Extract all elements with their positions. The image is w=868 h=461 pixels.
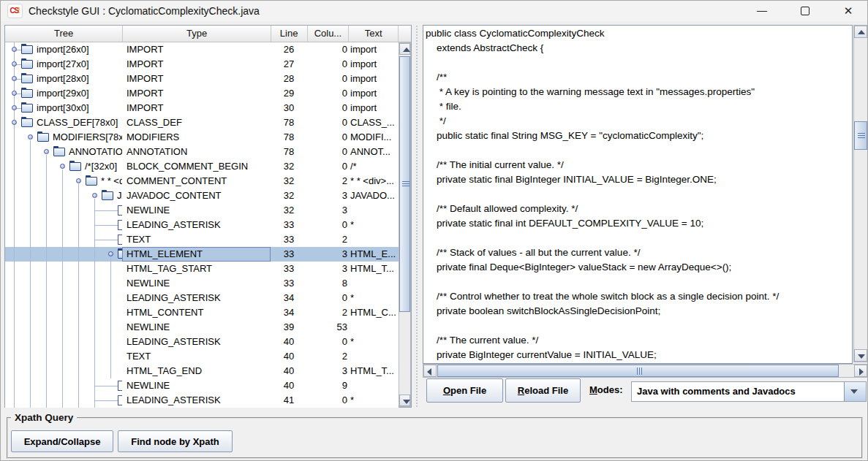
arrow-up-icon <box>858 30 865 34</box>
combobox-arrow-button[interactable] <box>844 382 866 401</box>
table-row[interactable]: import[27x0]IMPORT270import <box>5 57 399 72</box>
column-header-type[interactable]: Type <box>123 26 271 42</box>
scroll-up-button[interactable] <box>399 43 410 55</box>
table-row[interactable]: LEADING_ASTERISK410* <box>5 393 399 408</box>
type-cell: ANNOTATION <box>122 145 271 159</box>
table-row[interactable]: import[30x0]IMPORT300import <box>5 101 399 115</box>
table-row[interactable]: * * <div>COMMENT_CONTENT322* * <div>... <box>5 174 399 188</box>
close-button[interactable]: ✕ <box>831 1 865 21</box>
table-row[interactable]: LEADING_ASTERISK330* <box>5 218 399 232</box>
leaf-node-icon <box>118 220 122 230</box>
reload-file-button[interactable]: Reload File <box>505 378 581 403</box>
table-row[interactable]: HTML_TAG_END403HTML_T... <box>5 364 399 378</box>
collapse-handle-icon[interactable] <box>44 149 49 154</box>
type-cell: JAVADOC_CONTENT <box>122 188 271 203</box>
tree-cell[interactable] <box>5 218 122 232</box>
collapse-handle-icon[interactable] <box>28 134 33 140</box>
tree-cell[interactable] <box>5 305 122 320</box>
expand-handle-icon[interactable] <box>12 76 17 81</box>
collapse-handle-icon[interactable] <box>76 178 81 183</box>
checkstyle-logo-icon: CS! <box>8 4 22 18</box>
tree-cell[interactable]: JAVADOC_CONTENT <box>5 188 122 203</box>
table-row[interactable]: ANNOTATION[78x0]ANNOTATION780ANNOT... <box>5 145 399 159</box>
line-cell: 27 <box>271 57 307 72</box>
tree-cell[interactable] <box>5 364 122 378</box>
collapse-handle-icon[interactable] <box>60 164 65 169</box>
table-row[interactable]: TEXT332 <box>5 232 399 247</box>
type-cell: BLOCK_COMMENT_BEGIN <box>122 159 271 174</box>
table-row[interactable]: import[29x0]IMPORT290import <box>5 86 399 101</box>
collapse-handle-icon[interactable] <box>92 193 97 198</box>
tree-scrollbar-thumb[interactable] <box>399 56 410 312</box>
type-cell: COMMENT_CONTENT <box>122 174 271 188</box>
tree-cell[interactable]: import[26x0] <box>5 42 122 57</box>
expand-handle-icon[interactable] <box>12 91 17 96</box>
tree-cell[interactable] <box>5 349 122 364</box>
source-code-panel[interactable]: public class CyclomaticComplexityCheck e… <box>423 25 853 364</box>
table-row[interactable]: NEWLINE338 <box>5 276 399 291</box>
folder-icon <box>21 75 33 83</box>
tree-cell[interactable]: ANNOTATION[78x0] <box>5 145 122 159</box>
split-pane-divider[interactable] <box>412 25 423 408</box>
collapse-handle-icon[interactable] <box>108 251 113 256</box>
table-row[interactable]: JAVADOC_CONTENTJAVADOC_CONTENT323JAVADO.… <box>5 188 399 203</box>
modes-combobox[interactable]: Java with comments and Javadocs <box>631 381 867 402</box>
table-row[interactable]: CLASS_DEF[78x0]CLASS_DEF780CLASS_... <box>5 115 399 130</box>
code-scroll-right-button[interactable] <box>854 365 867 377</box>
table-row[interactable]: HTML_TAG_START333HTML_T... <box>5 262 399 276</box>
column-header-tree[interactable]: Tree <box>5 26 123 42</box>
tree-cell[interactable]: import[27x0] <box>5 57 122 72</box>
tree-cell[interactable]: MODIFIERS[78x0] <box>5 130 122 145</box>
open-file-button[interactable]: Open File <box>426 378 503 403</box>
column-header-column[interactable]: Colu... <box>308 26 350 42</box>
tree-cell[interactable] <box>5 393 122 408</box>
table-row[interactable]: TEXT402 <box>5 349 399 364</box>
scroll-down-button[interactable] <box>399 395 410 406</box>
leaf-node-icon <box>118 235 122 245</box>
code-scroll-up-button[interactable] <box>854 26 867 38</box>
table-row[interactable]: import[28x0]IMPORT280import <box>5 72 399 86</box>
tree-cell[interactable] <box>5 247 122 262</box>
tree-cell[interactable]: * * <div> <box>5 174 122 188</box>
code-scrollbar-thumb[interactable] <box>854 121 867 150</box>
expand-handle-icon[interactable] <box>12 105 17 110</box>
table-row[interactable]: NEWLINE3953 <box>5 320 399 335</box>
tree-cell[interactable] <box>5 320 122 335</box>
table-row[interactable]: HTML_CONTENT342HTML_C... <box>5 305 399 320</box>
tree-cell[interactable]: import[28x0] <box>5 72 122 86</box>
collapse-handle-icon[interactable] <box>12 120 17 125</box>
table-row[interactable]: NEWLINE409 <box>5 378 399 393</box>
table-row[interactable]: LEADING_ASTERISK340* <box>5 291 399 305</box>
tree-cell[interactable] <box>5 203 122 218</box>
expand-handle-icon[interactable] <box>12 61 17 66</box>
tree-cell[interactable] <box>5 291 122 305</box>
tree-cell[interactable] <box>5 276 122 291</box>
maximize-button[interactable] <box>788 1 822 21</box>
expand-collapse-button[interactable]: Expand/Collapse <box>11 430 113 452</box>
minimize-button[interactable]: — <box>745 1 779 21</box>
table-row[interactable]: MODIFIERS[78x0]MODIFIERS780MODIFI... <box>5 130 399 145</box>
column-header-text[interactable]: Text <box>349 26 399 42</box>
code-scroll-down-button[interactable] <box>854 349 867 362</box>
tree-cell[interactable] <box>5 232 122 247</box>
tree-cell[interactable]: import[30x0] <box>5 101 122 115</box>
code-editor[interactable]: public class CyclomaticComplexityCheck e… <box>423 26 852 362</box>
tree-cell[interactable] <box>5 262 122 276</box>
tree-cell[interactable]: CLASS_DEF[78x0] <box>5 115 122 130</box>
table-row[interactable]: HTML_ELEMENT333HTML_E... <box>5 247 399 262</box>
find-node-by-xpath-button[interactable]: Find node by Xpath <box>118 430 233 452</box>
code-horizontal-thumb[interactable] <box>437 365 839 377</box>
tree-cell[interactable]: import[29x0] <box>5 86 122 101</box>
table-row[interactable]: NEWLINE323 <box>5 203 399 218</box>
column-header-line[interactable]: Line <box>271 26 308 42</box>
table-row[interactable]: /*[32x0]BLOCK_COMMENT_BEGIN320/* <box>5 159 399 174</box>
column-cell: 8 <box>307 276 349 291</box>
arrow-up-icon <box>403 47 410 52</box>
table-row[interactable]: LEADING_ASTERISK400* <box>5 335 399 349</box>
tree-cell[interactable] <box>5 335 122 349</box>
expand-handle-icon[interactable] <box>12 47 17 52</box>
tree-cell[interactable] <box>5 378 122 393</box>
tree-cell[interactable]: /*[32x0] <box>5 159 122 174</box>
code-scroll-left-button[interactable] <box>423 365 437 377</box>
table-row[interactable]: import[26x0]IMPORT260import <box>5 42 399 57</box>
